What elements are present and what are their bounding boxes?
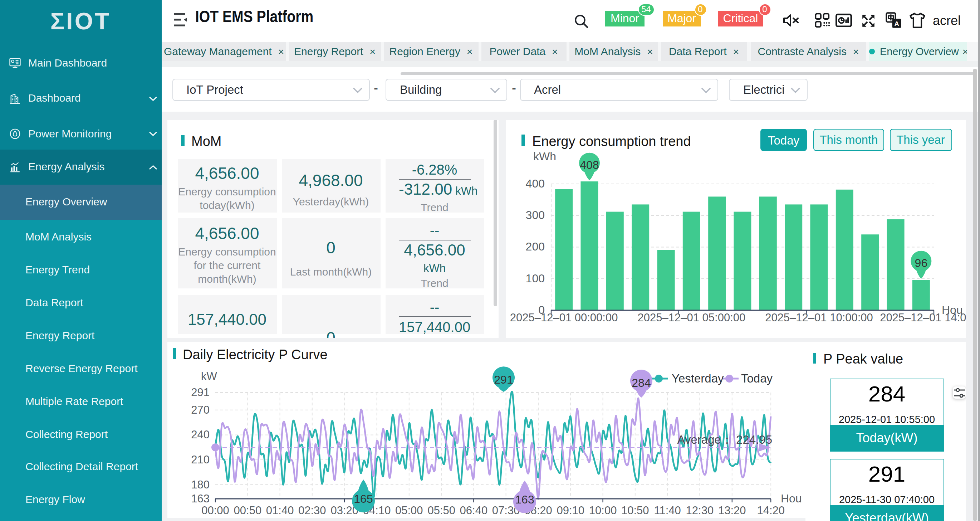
svg-text:Hou: Hou — [780, 492, 802, 505]
svg-text:2025–12–01 00:00:00: 2025–12–01 00:00:00 — [510, 311, 618, 323]
svg-text:Today: Today — [741, 372, 773, 385]
svg-text:96: 96 — [915, 256, 928, 269]
svg-text:291: 291 — [493, 373, 512, 386]
svg-text:200: 200 — [525, 240, 544, 253]
svg-text:05:00: 05:00 — [395, 504, 423, 517]
svg-text:Hou: Hou — [941, 303, 963, 316]
svg-text:400: 400 — [525, 177, 544, 190]
svg-text:2025–12–01 10:00:00: 2025–12–01 10:00:00 — [765, 311, 873, 323]
svg-text:14:20: 14:20 — [756, 504, 784, 517]
svg-text:100: 100 — [525, 272, 544, 284]
svg-text:12:30: 12:30 — [686, 504, 714, 517]
svg-text:05:50: 05:50 — [427, 504, 455, 517]
svg-text:163: 163 — [515, 493, 534, 506]
svg-text:300: 300 — [525, 208, 544, 221]
svg-text:A: A — [894, 20, 899, 27]
svg-text:291: 291 — [191, 386, 209, 398]
svg-text:10:00: 10:00 — [589, 504, 617, 517]
svg-text:02:30: 02:30 — [298, 504, 326, 517]
svg-text:240: 240 — [191, 428, 209, 441]
svg-text:06:40: 06:40 — [460, 504, 487, 517]
svg-text:2025–12–01 05:00:00: 2025–12–01 05:00:00 — [637, 311, 745, 323]
svg-text:Average： 224.95: Average： 224.95 — [677, 433, 772, 446]
svg-text:284: 284 — [631, 376, 650, 389]
svg-text:11:40: 11:40 — [654, 504, 681, 517]
svg-text:180: 180 — [191, 478, 209, 491]
svg-text:165: 165 — [353, 492, 372, 505]
svg-text:01:40: 01:40 — [266, 504, 294, 517]
svg-text:09:10: 09:10 — [556, 504, 584, 517]
svg-text:kW: kW — [200, 370, 217, 382]
svg-text:kWh: kWh — [533, 150, 556, 163]
svg-text:408: 408 — [579, 158, 598, 171]
svg-text:00:50: 00:50 — [234, 504, 261, 517]
svg-text:210: 210 — [191, 453, 209, 466]
svg-text:Yesterday: Yesterday — [671, 372, 724, 385]
svg-text:163: 163 — [191, 492, 209, 505]
svg-text:10:50: 10:50 — [621, 504, 649, 517]
svg-text:13:20: 13:20 — [718, 504, 746, 517]
svg-text:270: 270 — [191, 404, 209, 416]
svg-text:00:00: 00:00 — [201, 504, 229, 517]
